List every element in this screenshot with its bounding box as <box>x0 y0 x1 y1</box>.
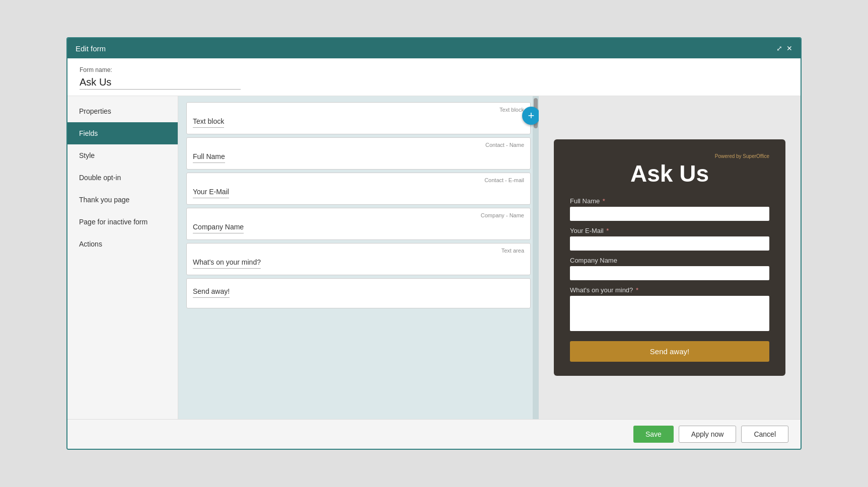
apply-now-button[interactable]: Apply now <box>679 426 737 443</box>
save-button[interactable]: Save <box>633 426 674 443</box>
preview-label-whats-on-your-mind: What's on your mind? * <box>570 286 769 294</box>
modal-header: Edit form ⤢ ✕ <box>67 38 801 58</box>
required-star-2: * <box>606 227 609 234</box>
field-value-1: Full Name <box>193 152 225 163</box>
sidebar-item-page-for-inactive-form[interactable]: Page for inactive form <box>67 211 178 233</box>
field-card-textarea[interactable]: Text area What's on your mind? <box>186 243 531 275</box>
preview-input-company[interactable] <box>570 266 769 280</box>
cancel-button[interactable]: Cancel <box>741 426 788 443</box>
field-value-0: Text block <box>193 117 224 128</box>
fields-scroll: Text block Text block + Contact - Name F… <box>178 96 539 419</box>
modal-title: Edit form <box>76 44 106 53</box>
modal-footer: Save Apply now Cancel <box>67 419 801 449</box>
sidebar-item-properties[interactable]: Properties <box>67 100 178 122</box>
add-field-button[interactable]: + <box>522 107 539 125</box>
close-icon[interactable]: ✕ <box>786 44 792 52</box>
form-preview: Powered by SuperOffice Ask Us Full Name … <box>539 96 801 419</box>
field-type-label-2: Contact - E-mail <box>193 177 524 183</box>
preview-title: Ask Us <box>570 160 769 187</box>
scrollbar-track[interactable] <box>533 96 539 419</box>
header-icons: ⤢ ✕ <box>776 44 792 52</box>
preview-input-full-name[interactable] <box>570 207 769 221</box>
fields-editor: Text block Text block + Contact - Name F… <box>178 96 539 419</box>
field-value-3: Company Name <box>193 223 244 233</box>
sidebar-item-thank-you-page[interactable]: Thank you page <box>67 189 178 211</box>
preview-label-email: Your E-Mail * <box>570 227 769 234</box>
preview-textarea-message[interactable] <box>570 296 769 331</box>
modal-body: Form name: Properties Fields Style Doubl… <box>67 58 801 419</box>
preview-submit-button[interactable]: Send away! <box>570 341 769 362</box>
preview-powered-by: Powered by SuperOffice <box>570 153 769 159</box>
sidebar: Properties Fields Style Double opt-in Th… <box>67 96 178 419</box>
form-name-section: Form name: <box>67 58 801 96</box>
form-name-label: Form name: <box>80 66 788 73</box>
field-value-2: Your E-Mail <box>193 188 229 198</box>
sidebar-item-style[interactable]: Style <box>67 144 178 167</box>
sidebar-item-fields[interactable]: Fields <box>67 122 178 144</box>
field-card-submit[interactable]: Send away! <box>186 278 531 308</box>
sidebar-item-actions[interactable]: Actions <box>67 233 178 255</box>
preview-label-company: Company Name <box>570 257 769 264</box>
required-star-1: * <box>603 197 605 205</box>
field-type-label-1: Contact - Name <box>193 142 524 148</box>
field-type-label-3: Company - Name <box>193 212 524 218</box>
field-type-label-0: Text block <box>193 107 524 113</box>
field-value-4: What's on your mind? <box>193 258 261 269</box>
sidebar-item-double-opt-in[interactable]: Double opt-in <box>67 167 178 189</box>
field-card-company-name[interactable]: Company - Name Company Name <box>186 208 531 240</box>
field-card-text-block[interactable]: Text block Text block + <box>186 102 531 134</box>
expand-icon[interactable]: ⤢ <box>776 44 782 52</box>
preview-label-full-name: Full Name * <box>570 197 769 205</box>
field-card-full-name[interactable]: Contact - Name Full Name <box>186 137 531 170</box>
main-content: Properties Fields Style Double opt-in Th… <box>67 96 801 419</box>
field-type-label-4: Text area <box>193 248 524 254</box>
required-star-3: * <box>636 286 638 294</box>
edit-form-modal: Edit form ⤢ ✕ Form name: Properties Fiel… <box>66 37 802 450</box>
form-name-input[interactable] <box>80 75 241 90</box>
field-value-5: Send away! <box>193 287 230 298</box>
preview-card: Powered by SuperOffice Ask Us Full Name … <box>554 139 785 376</box>
preview-input-email[interactable] <box>570 236 769 251</box>
field-card-email[interactable]: Contact - E-mail Your E-Mail <box>186 173 531 205</box>
